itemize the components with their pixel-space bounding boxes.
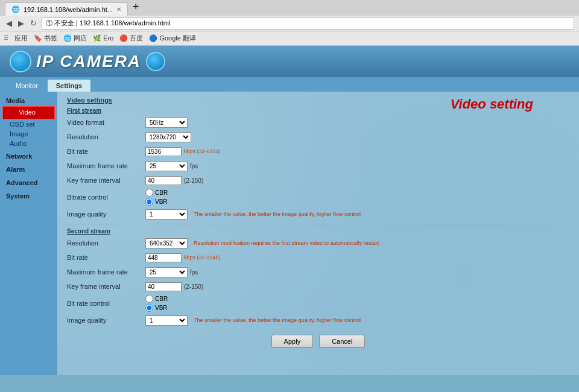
bitrate-input-1[interactable] bbox=[145, 147, 182, 156]
keyframe-controls-2: (2-150) bbox=[145, 282, 203, 291]
sidebar-header-alarm[interactable]: Alarm bbox=[2, 164, 55, 175]
bookmark-bookmarks[interactable]: 🔖 书签 bbox=[34, 34, 57, 43]
imgquality-label-1: Image quality bbox=[67, 210, 145, 218]
cbr-label-2[interactable]: CBR bbox=[145, 295, 168, 303]
keyframe-hint-1: (2-150) bbox=[184, 177, 203, 184]
content-area: Video settings Video setting First strea… bbox=[57, 92, 579, 375]
maxframe-select-1[interactable]: 25 30 bbox=[145, 161, 188, 171]
imgquality-row-1: Image quality 1234 The smaller the value… bbox=[67, 208, 569, 220]
logo-globe-right bbox=[146, 52, 165, 71]
resolution-controls-2: 640x352 320x240 1280x720 Resolution modi… bbox=[145, 238, 379, 248]
sidebar-group-network: Network bbox=[2, 151, 55, 162]
bookmarks-bar: ⠿ 应用 🔖 书签 🌐 网店 🌿 Ero 🔴 百度 🔵 Google 翻译 bbox=[0, 31, 579, 46]
sidebar-header-system[interactable]: System bbox=[2, 191, 55, 201]
bookmark-shop[interactable]: 🌐 网店 bbox=[63, 34, 87, 43]
keyframe-input-2[interactable] bbox=[145, 282, 182, 291]
resolution-row-1: Resolution 1280x720 1920x1080 640x480 bbox=[67, 131, 569, 143]
maxframe-controls-1: 25 30 fps bbox=[145, 161, 198, 171]
resolution-row-2: Resolution 640x352 320x240 1280x720 Reso… bbox=[67, 237, 569, 249]
address-bar: ◀ ▶ ↻ bbox=[0, 16, 579, 31]
sidebar-item-video[interactable]: ➤Video bbox=[2, 106, 55, 119]
bitrate-controls-1: kbps (32-6184) bbox=[145, 147, 221, 156]
sidebar: Media ➤Video OSD set Image Audio Network… bbox=[0, 92, 57, 375]
sidebar-header-network[interactable]: Network bbox=[2, 151, 55, 162]
cbr-label-1[interactable]: CBR bbox=[145, 189, 168, 197]
bookmark-ero[interactable]: 🌿 Ero bbox=[93, 34, 113, 42]
back-button[interactable]: ◀ bbox=[5, 19, 13, 28]
apply-button[interactable]: Apply bbox=[271, 335, 314, 348]
arrow-icon: ➤ bbox=[9, 108, 16, 118]
imgquality-select-1[interactable]: 1234 bbox=[145, 209, 188, 220]
logo-text: IP CAMERA bbox=[36, 52, 141, 71]
bitrate-row-2: Bit rate kbps (32-2048) bbox=[67, 251, 569, 264]
resolution-label-1: Resolution bbox=[67, 133, 145, 141]
maxframe-select-2[interactable]: 25 30 bbox=[145, 267, 188, 277]
cbr-radio-2[interactable] bbox=[145, 295, 153, 303]
keyframe-input-1[interactable] bbox=[145, 176, 182, 185]
bookmark-google[interactable]: 🔵 Google 翻译 bbox=[149, 34, 196, 43]
resolution-note-2: Resolution modification requires the fir… bbox=[194, 240, 379, 246]
video-format-select[interactable]: 50Hz 60Hz bbox=[145, 118, 188, 128]
keyframe-hint-2: (2-150) bbox=[184, 283, 203, 290]
imgquality-label-2: Image quality bbox=[67, 317, 145, 324]
logo-globe-left bbox=[10, 51, 31, 72]
resolution-select-1[interactable]: 1280x720 1920x1080 640x480 bbox=[145, 132, 191, 142]
bitrate-controls-2: kbps (32-2048) bbox=[145, 253, 221, 262]
keyframe-row-2: Key frame interval (2-150) bbox=[67, 280, 569, 292]
tab-settings[interactable]: Settings bbox=[48, 80, 90, 92]
cbr-radio-1[interactable] bbox=[145, 189, 153, 197]
vbr-label-2[interactable]: VBR bbox=[145, 304, 168, 312]
resolution-select-2[interactable]: 640x352 320x240 1280x720 bbox=[145, 238, 188, 248]
page-title: Video setting bbox=[451, 96, 533, 112]
tab-close-button[interactable]: ✕ bbox=[116, 6, 121, 13]
content-header: Video settings Video setting bbox=[67, 96, 569, 104]
bitrate-hint-2: kbps (32-2048) bbox=[184, 254, 221, 261]
page-header: IP CAMERA bbox=[0, 46, 579, 77]
sidebar-item-osd[interactable]: OSD set bbox=[2, 119, 55, 129]
sidebar-header-media[interactable]: Media bbox=[2, 95, 55, 106]
refresh-button[interactable]: ↻ bbox=[29, 19, 38, 28]
vbr-radio-1[interactable] bbox=[145, 198, 153, 206]
sidebar-group-alarm: Alarm bbox=[2, 164, 55, 175]
sidebar-group-system: System bbox=[2, 191, 55, 201]
bitrate-label-1: Bit rate bbox=[67, 148, 145, 155]
keyframe-label-1: Key frame interval bbox=[67, 177, 145, 184]
keyframe-label-2: Key frame interval bbox=[67, 283, 145, 290]
resolution-controls-1: 1280x720 1920x1080 640x480 bbox=[145, 132, 191, 142]
bookmark-baidu[interactable]: 🔴 百度 bbox=[119, 34, 143, 43]
imgquality-controls-2: 1234 The smaller the value, the better t… bbox=[145, 315, 361, 326]
sidebar-group-media: Media ➤Video OSD set Image Audio bbox=[2, 95, 55, 148]
maxframe-unit-1: fps bbox=[190, 163, 198, 169]
bitratectrl-controls-1: CBR VBR bbox=[145, 189, 168, 206]
imgquality-note-2: The smaller the value, the better the im… bbox=[194, 317, 361, 323]
imgquality-row-2: Image quality 1234 The smaller the value… bbox=[67, 314, 569, 326]
bitrate-label-2: Bit rate bbox=[67, 254, 145, 261]
bitratectrl-row-2: Bit rate control CBR VBR bbox=[67, 295, 569, 312]
bitratectrl-label-1: Bitrate control bbox=[67, 194, 145, 201]
sidebar-header-advanced[interactable]: Advanced bbox=[2, 177, 55, 188]
tab-bar: 🌐 192.168.1.108/web/admin.ht... ✕ + bbox=[0, 0, 579, 16]
vbr-label-1[interactable]: VBR bbox=[145, 198, 168, 206]
tab-monitor[interactable]: Monitor bbox=[7, 80, 46, 92]
bitrate-input-2[interactable] bbox=[145, 253, 182, 262]
vbr-radio-2[interactable] bbox=[145, 304, 153, 312]
sidebar-item-image[interactable]: Image bbox=[2, 129, 55, 139]
tab-title: 192.168.1.108/web/admin.ht... bbox=[24, 6, 113, 13]
browser-tab[interactable]: 🌐 192.168.1.108/web/admin.ht... ✕ bbox=[5, 2, 128, 16]
stream-divider bbox=[67, 224, 569, 224]
imgquality-controls-1: 1234 The smaller the value, the better t… bbox=[145, 209, 361, 220]
imgquality-select-2[interactable]: 1234 bbox=[145, 315, 188, 326]
bitratectrl-controls-2: CBR VBR bbox=[145, 295, 168, 312]
main-layout: Media ➤Video OSD set Image Audio Network… bbox=[0, 92, 579, 375]
forward-button[interactable]: ▶ bbox=[17, 19, 25, 28]
maxframe-unit-2: fps bbox=[190, 269, 198, 276]
bookmark-apps[interactable]: 应用 bbox=[14, 34, 28, 43]
video-format-controls: 50Hz 60Hz bbox=[145, 118, 188, 128]
address-input[interactable] bbox=[42, 17, 574, 30]
maxframe-row-2: Maximum frame rate 25 30 fps bbox=[67, 266, 569, 278]
new-tab-button[interactable]: + bbox=[128, 0, 144, 16]
sidebar-item-audio[interactable]: Audio bbox=[2, 139, 55, 148]
maxframe-label-1: Maximum frame rate bbox=[67, 162, 145, 169]
cancel-button[interactable]: Cancel bbox=[319, 335, 365, 348]
maxframe-label-2: Maximum frame rate bbox=[67, 268, 145, 276]
